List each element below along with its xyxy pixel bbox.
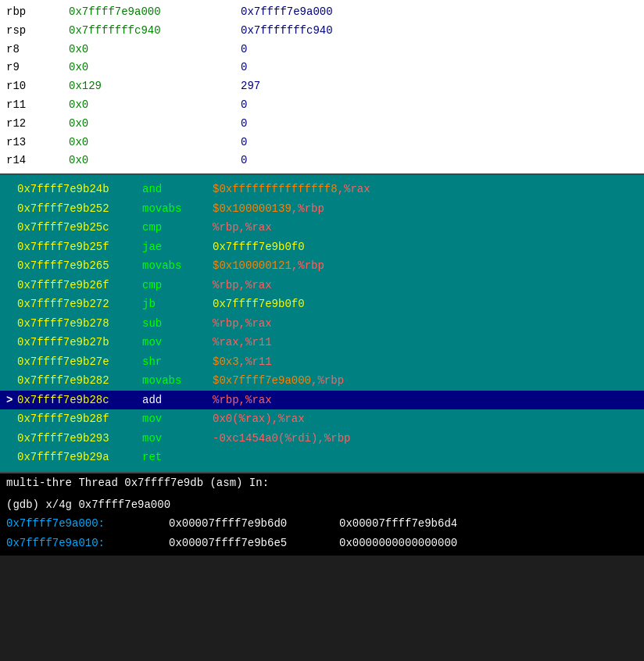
asm-args: 0x0(%rax),%rax [213, 409, 305, 429]
asm-args: $0x100000121,%rbp [213, 256, 324, 276]
asm-panel: 0x7ffff7e9b24b and $0xfffffffffffffff8,%… [0, 173, 644, 473]
reg-name: rsp [6, 22, 69, 41]
asm-arrow [6, 371, 17, 391]
reg-hex: 0x0 [69, 115, 241, 134]
asm-row: 0x7ffff7e9b25f jae 0x7ffff7e9b0f0 [6, 238, 638, 257]
reg-hex: 0x0 [69, 41, 241, 59]
reg-name: r14 [6, 152, 69, 170]
reg-name: r13 [6, 134, 69, 152]
asm-op: sub [142, 314, 213, 334]
reg-hex: 0x0 [69, 59, 241, 77]
reg-dec: 0 [241, 41, 413, 59]
reg-dec: 0x7fffffffc940 [241, 22, 413, 41]
asm-op: cmp [142, 218, 213, 238]
asm-args: %rbp,%rax [213, 218, 272, 238]
asm-addr: 0x7ffff7e9b278 [17, 314, 142, 334]
asm-addr: 0x7ffff7e9b282 [17, 371, 142, 391]
asm-arrow: > [6, 391, 17, 410]
reg-dec: 0 [241, 59, 413, 77]
asm-row: 0x7ffff7e9b293 mov -0xc1454a0(%rdi),%rbp [6, 429, 638, 448]
asm-arrow [6, 409, 17, 429]
asm-row: 0x7ffff7e9b282 movabs $0x7ffff7e9a000,%r… [6, 371, 638, 391]
asm-args: $0xfffffffffffffff8,%rax [213, 180, 370, 199]
asm-args: $0x100000139,%rbp [213, 199, 324, 219]
reg-dec: 0 [241, 152, 413, 170]
asm-op: ret [142, 448, 213, 467]
asm-row: 0x7ffff7e9b278 sub %rbp,%rax [6, 314, 638, 334]
reg-name: rbp [6, 3, 69, 22]
asm-addr: 0x7ffff7e9b25c [17, 218, 142, 238]
asm-addr: 0x7ffff7e9b27b [17, 333, 142, 352]
asm-addr: 0x7ffff7e9b265 [17, 256, 142, 276]
asm-arrow [6, 295, 17, 314]
gdb-val1: 0x00007ffff7e9b6d0 [169, 514, 333, 534]
asm-args: %rbp,%rax [213, 314, 272, 334]
asm-arrow [6, 429, 17, 448]
asm-op: jae [142, 238, 213, 257]
asm-row: 0x7ffff7e9b272 jb 0x7ffff7e9b0f0 [6, 295, 638, 314]
asm-row: 0x7ffff7e9b26f cmp %rbp,%rax [6, 276, 638, 295]
asm-arrow [6, 352, 17, 372]
asm-op: movabs [142, 371, 213, 391]
asm-op: mov [142, 429, 213, 448]
asm-args: -0xc1454a0(%rdi),%rbp [213, 429, 350, 448]
reg-hex: 0x0 [69, 152, 241, 170]
asm-addr: 0x7ffff7e9b25f [17, 238, 142, 257]
asm-op: mov [142, 409, 213, 429]
asm-addr: 0x7ffff7e9b27e [17, 352, 142, 372]
reg-name: r12 [6, 115, 69, 134]
register-row: r14 0x0 0 [6, 152, 638, 170]
asm-arrow [6, 238, 17, 257]
register-row: r13 0x0 0 [6, 134, 638, 152]
gdb-val1: 0x00007ffff7e9b6e5 [169, 534, 333, 553]
reg-hex: 0x0 [69, 134, 241, 152]
asm-args: %rbp,%rax [213, 276, 272, 295]
reg-hex: 0x7fffffffc940 [69, 22, 241, 41]
asm-row: 0x7ffff7e9b28f mov 0x0(%rax),%rax [6, 409, 638, 429]
asm-op: mov [142, 333, 213, 352]
asm-args: %rbp,%rax [213, 391, 272, 410]
register-table: rbp 0x7ffff7e9a000 0x7ffff7e9a000 rsp 0x… [0, 0, 644, 173]
register-row: rbp 0x7ffff7e9a000 0x7ffff7e9a000 [6, 3, 638, 22]
reg-name: r9 [6, 59, 69, 77]
gdb-data-line: 0x7ffff7e9a000: 0x00007ffff7e9b6d0 0x000… [6, 514, 638, 534]
gdb-addr: 0x7ffff7e9a010: [6, 534, 163, 553]
asm-row: 0x7ffff7e9b252 movabs $0x100000139,%rbp [6, 199, 638, 219]
reg-dec: 0 [241, 115, 413, 134]
gdb-data-line: 0x7ffff7e9a010: 0x00007ffff7e9b6e5 0x000… [6, 534, 638, 553]
reg-hex: 0x0 [69, 96, 241, 115]
gdb-prompt: (gdb) x/4g 0x7ffff7e9a000 [6, 498, 170, 511]
asm-addr: 0x7ffff7e9b293 [17, 429, 142, 448]
status-text: multi-thre Thread 0x7ffff7e9db (asm) In: [6, 477, 269, 489]
reg-hex: 0x129 [69, 77, 241, 96]
asm-addr: 0x7ffff7e9b272 [17, 295, 142, 314]
status-bar: multi-thre Thread 0x7ffff7e9db (asm) In: [0, 473, 644, 492]
register-row: rsp 0x7fffffffc940 0x7fffffffc940 [6, 22, 638, 41]
asm-op: jb [142, 295, 213, 314]
reg-dec: 0x7ffff7e9a000 [241, 3, 413, 22]
gdb-addr: 0x7ffff7e9a000: [6, 514, 163, 534]
asm-op: add [142, 391, 213, 410]
asm-arrow [6, 314, 17, 334]
asm-addr: 0x7ffff7e9b26f [17, 276, 142, 295]
asm-op: and [142, 180, 213, 199]
asm-row: 0x7ffff7e9b27b mov %rax,%r11 [6, 333, 638, 352]
reg-dec: 0 [241, 96, 413, 115]
register-row: r12 0x0 0 [6, 115, 638, 134]
asm-row: > 0x7ffff7e9b28c add %rbp,%rax [0, 391, 644, 410]
asm-row: 0x7ffff7e9b25c cmp %rbp,%rax [6, 218, 638, 238]
asm-row: 0x7ffff7e9b265 movabs $0x100000121,%rbp [6, 256, 638, 276]
asm-addr: 0x7ffff7e9b252 [17, 199, 142, 219]
asm-op: movabs [142, 199, 213, 219]
asm-op: movabs [142, 256, 213, 276]
asm-row: 0x7ffff7e9b24b and $0xfffffffffffffff8,%… [6, 180, 638, 199]
asm-args: 0x7ffff7e9b0f0 [213, 238, 305, 257]
asm-arrow [6, 218, 17, 238]
asm-args: $0x3,%r11 [213, 352, 272, 372]
asm-addr: 0x7ffff7e9b24b [17, 180, 142, 199]
asm-args: %rax,%r11 [213, 333, 272, 352]
asm-arrow [6, 180, 17, 199]
asm-row: 0x7ffff7e9b29a ret [6, 448, 638, 467]
reg-dec: 297 [241, 77, 413, 96]
gdb-prompt-line: (gdb) x/4g 0x7ffff7e9a000 [6, 495, 638, 515]
